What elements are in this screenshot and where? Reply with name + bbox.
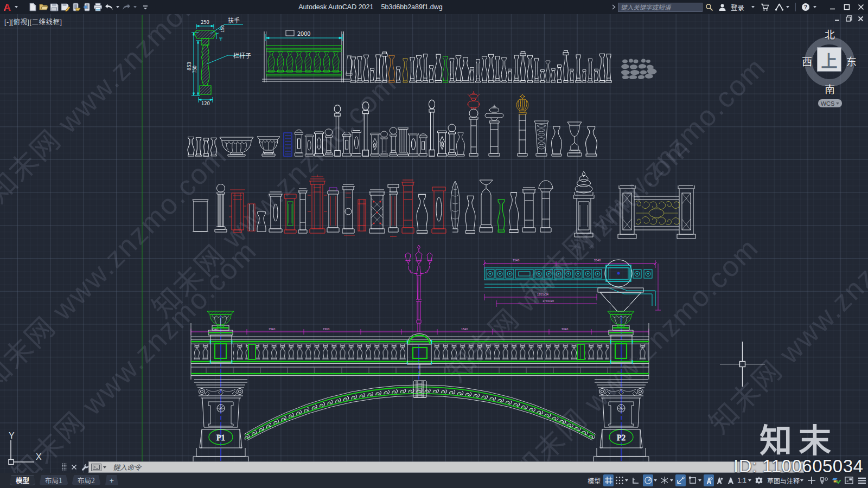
command-wrench-icon[interactable] (81, 463, 89, 471)
doc-restore-button[interactable] (846, 15, 852, 22)
command-prompt-icon[interactable] (91, 464, 101, 471)
app-title: Autodesk AutoCAD 2021 (298, 3, 373, 11)
viewcube-up-label: 上 (821, 52, 838, 68)
viewport-controls-label[interactable]: [-][俯视][二维线框] (4, 16, 62, 27)
account-dropdown-caret[interactable] (784, 2, 791, 12)
window-maximize-button[interactable] (840, 0, 854, 14)
signin-label[interactable]: 登录 (731, 2, 744, 12)
polar-caret[interactable] (654, 479, 657, 481)
titlebar-separator (795, 3, 796, 11)
object-snap-tracking-toggle[interactable] (675, 474, 686, 486)
scale-caret[interactable] (748, 479, 751, 481)
snap-caret[interactable] (625, 479, 628, 481)
window-minimize-button[interactable] (826, 0, 840, 14)
crosshair-cursor (720, 342, 765, 389)
id-watermark: ID: 1100605034 (733, 456, 863, 477)
isodraft-caret[interactable] (670, 479, 673, 481)
workspace-label[interactable]: 草图与注释 (767, 476, 800, 485)
object-snap-toggle[interactable] (687, 474, 698, 486)
viewcube-top-face[interactable]: 上 (817, 47, 841, 72)
wcs-dropdown[interactable]: WCS (818, 99, 842, 107)
annotation-scale-value[interactable]: 1:1 (737, 477, 746, 484)
workspace-caret[interactable] (800, 479, 803, 481)
viewcube-west-label[interactable]: 西 (802, 54, 812, 68)
wcs-caret-icon (836, 102, 839, 105)
command-drag-handle[interactable] (62, 463, 67, 471)
svg-text:Y: Y (9, 428, 15, 441)
object-snap-caret[interactable] (698, 479, 701, 481)
viewcube: 上 北 西 东 南 WCS (804, 27, 856, 120)
help-icon[interactable]: ? (800, 2, 811, 12)
viewcube-south-label[interactable]: 南 (825, 81, 835, 96)
command-placeholder: 键入命令 (113, 462, 141, 472)
tab-add-layout[interactable]: + (105, 475, 118, 485)
layout-tabs: 模型 布局1 布局2 + (9, 474, 118, 485)
polar-tracking-toggle[interactable] (643, 474, 653, 486)
command-close-icon[interactable] (71, 464, 77, 470)
window-close-button[interactable] (854, 0, 868, 14)
tab-model[interactable]: 模型 (9, 475, 36, 485)
app-store-cart-icon[interactable] (760, 2, 770, 12)
brand-watermark: 知末 (760, 414, 838, 461)
doc-minimize-button[interactable] (834, 16, 840, 22)
file-name: 5b3d6bb2a89f1.dwg (381, 3, 442, 11)
viewcube-east-label[interactable]: 东 (846, 54, 857, 68)
autoscale-annotation-toggle[interactable] (714, 474, 725, 486)
title-bar: Autodesk AutoCAD 2021 5b3d6bb2a89f1.dwg … (0, 0, 868, 14)
command-palette-grip (62, 463, 89, 471)
watermark-layer: 知末网 www.znzmo.com 知末网 www.znzmo.com 知末网 … (0, 14, 868, 473)
title-right-cluster: 键入关键字或短语 登录 ? (611, 0, 868, 14)
command-input[interactable]: 键入命令 (88, 461, 804, 473)
svg-text:?: ? (804, 3, 807, 11)
signin-dropdown-caret[interactable] (746, 2, 760, 12)
snap-toggle[interactable] (614, 474, 624, 486)
document-window-controls (834, 15, 864, 22)
grid-toggle[interactable] (603, 474, 614, 486)
tab-layout2[interactable]: 布局2 (72, 475, 101, 485)
autodesk-account-icon[interactable] (774, 2, 784, 12)
user-icon[interactable] (717, 2, 728, 12)
ortho-toggle[interactable] (630, 474, 641, 486)
viewcube-north-label[interactable]: 北 (825, 27, 835, 41)
search-input[interactable]: 键入关键字或短语 (618, 3, 703, 12)
annotation-visibility-toggle[interactable] (704, 474, 714, 486)
autocad-window: Autodesk AutoCAD 2021 5b3d6bb2a89f1.dwg … (0, 0, 868, 488)
search-icon[interactable] (704, 2, 715, 12)
status-model-label[interactable]: 模型 (588, 476, 601, 485)
wcs-label: WCS (821, 100, 835, 107)
isodraft-toggle[interactable] (659, 474, 669, 486)
ucs-icon: Y X (0, 427, 43, 468)
watermark-text: 知末网 www.znzmo.com (698, 178, 868, 441)
help-dropdown-caret[interactable] (811, 2, 818, 12)
search-expand-icon[interactable] (611, 4, 616, 10)
tab-layout1[interactable]: 布局1 (39, 475, 68, 485)
svg-text:X: X (36, 450, 42, 463)
drawing-canvas[interactable]: 知末网 www.znzmo.com 知末网 www.znzmo.com 知末网 … (0, 14, 868, 473)
doc-close-button[interactable] (858, 16, 864, 22)
command-options-caret[interactable] (103, 466, 106, 468)
